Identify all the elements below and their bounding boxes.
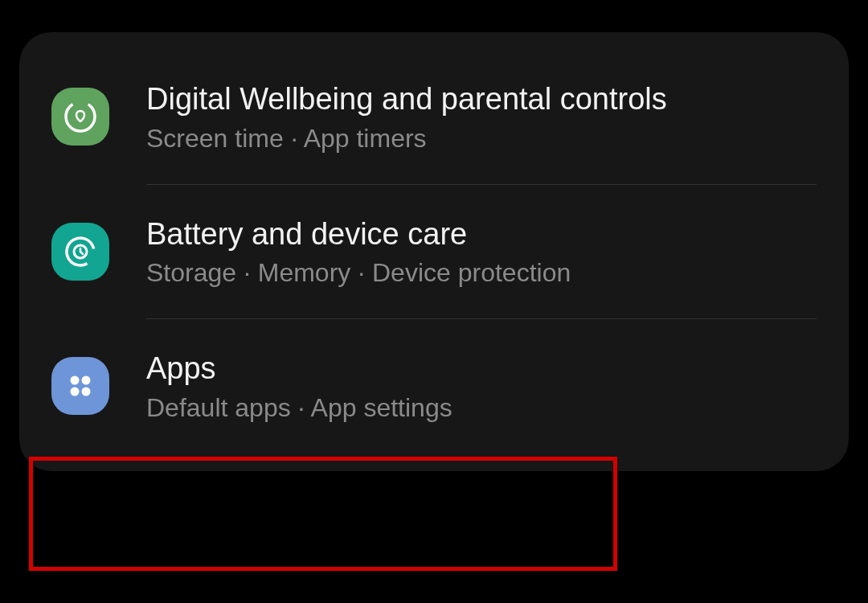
settings-item-digital-wellbeing[interactable]: Digital Wellbeing and parental controls …	[19, 64, 849, 170]
settings-item-subtitle: Default apps · App settings	[146, 393, 452, 423]
settings-item-title: Apps	[146, 350, 452, 388]
svg-point-6	[82, 388, 91, 396]
settings-item-battery-device-care[interactable]: Battery and device care Storage · Memory…	[19, 199, 849, 305]
svg-point-3	[71, 376, 80, 385]
settings-panel: Digital Wellbeing and parental controls …	[19, 32, 849, 471]
svg-point-4	[82, 376, 91, 385]
svg-point-0	[61, 97, 100, 136]
annotation-highlight	[29, 457, 617, 571]
apps-icon	[51, 357, 109, 415]
settings-item-subtitle: Screen time · App timers	[146, 124, 667, 154]
settings-item-apps[interactable]: Apps Default apps · App settings	[19, 334, 849, 439]
wellbeing-icon	[51, 88, 109, 146]
settings-item-title: Digital Wellbeing and parental controls	[146, 80, 667, 119]
divider	[146, 318, 817, 319]
device-care-icon	[51, 223, 109, 281]
settings-item-title: Battery and device care	[146, 215, 571, 254]
svg-point-5	[71, 388, 80, 396]
settings-item-subtitle: Storage · Memory · Device protection	[146, 258, 571, 288]
divider	[146, 184, 817, 185]
